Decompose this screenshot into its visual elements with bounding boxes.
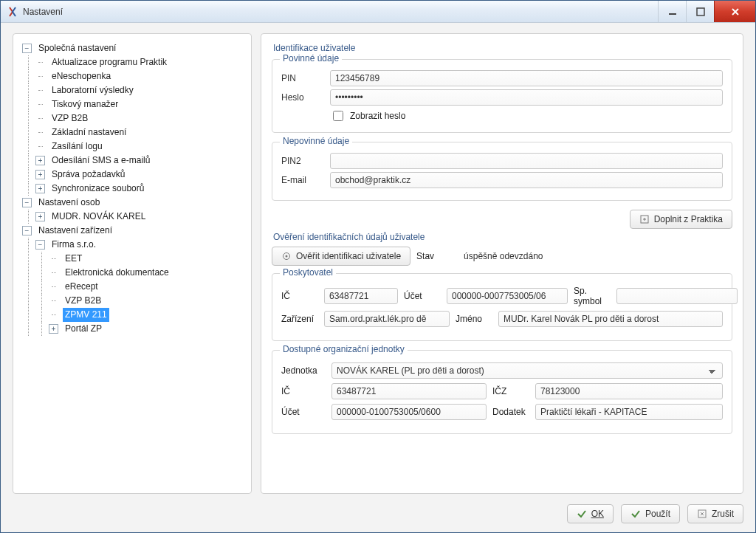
window-controls <box>658 1 755 22</box>
tree-expand-icon[interactable]: + <box>35 212 45 221</box>
label-zarizeni: Zařízení <box>281 314 318 324</box>
label-icz: IČZ <box>492 386 529 396</box>
ok-button[interactable]: OK <box>567 504 614 523</box>
section-ident: Identifikace uživatele <box>273 43 732 53</box>
tree-node[interactable]: Správa požadavků <box>49 168 127 182</box>
unit-suffix-input[interactable] <box>535 404 723 420</box>
titlebar: Nastavení <box>1 1 755 23</box>
settings-window: Nastavení −Společná nastavení <box>0 0 756 533</box>
label-jednotka: Jednotka <box>281 365 326 376</box>
unit-ic-input[interactable] <box>331 383 487 399</box>
label-dodatek: Dodatek <box>492 407 529 417</box>
legend-jednotky: Dostupné organizační jednotky <box>280 344 408 354</box>
svg-rect-1 <box>697 8 704 16</box>
label-email: E-mail <box>281 175 323 185</box>
cancel-icon <box>697 509 707 519</box>
apply-button[interactable]: Použít <box>621 504 680 523</box>
label-ucet: Účet <box>404 291 441 301</box>
tree-expand-icon[interactable]: + <box>35 156 45 165</box>
pin2-input[interactable] <box>330 153 723 169</box>
tree-node[interactable]: Zasílání logu <box>49 140 105 154</box>
minimize-button[interactable] <box>658 1 686 22</box>
tree-expand-icon[interactable]: + <box>35 184 45 193</box>
nav-tree[interactable]: −Společná nastavení Aktualizace programu… <box>19 41 245 336</box>
tree-expand-icon[interactable]: + <box>49 324 58 334</box>
tree-node[interactable]: MUDR. NOVÁK KAREL <box>49 210 148 224</box>
pin-input[interactable] <box>330 70 723 86</box>
tree-collapse-icon[interactable]: − <box>35 240 45 250</box>
tree-node[interactable]: Tiskový manažer <box>49 97 120 111</box>
tree-node[interactable]: Elektronická dokumentace <box>63 266 171 280</box>
check-icon <box>577 509 587 519</box>
legend-povinne: Povinné údaje <box>280 53 342 63</box>
label-heslo: Heslo <box>281 92 323 103</box>
tree-expand-icon[interactable]: + <box>35 170 45 179</box>
label-stav: Stav <box>416 251 453 261</box>
content-panel: Identifikace uživatele Povinné údaje PIN… <box>261 33 743 494</box>
group-nepovinne: Nepovinné údaje PIN2 E-mail <box>272 142 732 201</box>
client-area: −Společná nastavení Aktualizace programu… <box>1 23 755 532</box>
unit-select[interactable]: NOVÁK KAREL (PL pro děti a dorost) <box>331 362 723 379</box>
tree-node[interactable]: VZP B2B <box>63 294 103 308</box>
show-password-box[interactable] <box>333 111 343 121</box>
tree-node[interactable]: Synchronizace souborů <box>49 182 146 196</box>
group-jednotky: Dostupné organizační jednotky Jednotka N… <box>272 350 732 434</box>
legend-poskytovatel: Poskytovatel <box>280 267 336 278</box>
group-poskytovatel: Poskytovatel IČ Účet Sp. symbol Zařízení… <box>272 273 732 341</box>
label-sp: Sp. symbol <box>574 286 611 306</box>
show-password-label: Zobrazit heslo <box>350 111 405 121</box>
label-pin: PIN <box>281 73 323 83</box>
window-title: Nastavení <box>23 7 63 17</box>
unit-account-input[interactable] <box>331 404 487 420</box>
tree-collapse-icon[interactable]: − <box>22 44 32 53</box>
provider-sp-input[interactable] <box>616 288 738 304</box>
tree-node-persons[interactable]: Nastavení osob <box>36 196 102 210</box>
svg-point-4 <box>286 255 288 258</box>
provider-name-input[interactable] <box>498 311 723 327</box>
tree-collapse-icon[interactable]: − <box>22 198 32 207</box>
label-ic: IČ <box>281 291 318 301</box>
label-jmeno: Jméno <box>456 314 492 324</box>
dialog-buttons: OK Použít Zrušit <box>13 501 743 523</box>
verify-identity-button[interactable]: Ověřit identifikaci uživatele <box>272 247 410 266</box>
tree-node[interactable]: Laboratorní výsledky <box>49 83 136 97</box>
cancel-button[interactable]: Zrušit <box>687 504 743 523</box>
tree-node[interactable]: eNeschopenka <box>49 69 113 83</box>
fill-from-praktik-button[interactable]: Doplnit z Praktika <box>630 210 732 229</box>
close-button[interactable] <box>714 1 755 22</box>
tree-node[interactable]: EET <box>63 252 84 266</box>
nav-tree-panel: −Společná nastavení Aktualizace programu… <box>13 33 252 494</box>
status-value: úspěšně odevzdáno <box>459 251 543 261</box>
app-icon <box>7 6 18 18</box>
tree-node[interactable]: Aktualizace programu Praktik <box>49 55 169 69</box>
tree-node-devices[interactable]: Nastavení zařízení <box>36 224 114 238</box>
tree-collapse-icon[interactable]: − <box>22 226 32 235</box>
email-input[interactable] <box>330 172 723 188</box>
tree-node[interactable]: Základní nastavení <box>49 125 128 140</box>
check-icon <box>630 509 641 519</box>
import-icon <box>639 214 650 224</box>
provider-account-input[interactable] <box>447 288 568 304</box>
label-unit-ucet: Účet <box>281 407 326 417</box>
unit-icz-input[interactable] <box>535 383 723 399</box>
password-input[interactable] <box>330 89 723 106</box>
tree-node[interactable]: Odesílání SMS a e-mailů <box>49 154 152 168</box>
svg-rect-0 <box>669 13 676 15</box>
legend-nepovinne: Nepovinné údaje <box>280 136 352 146</box>
label-unit-ic: IČ <box>281 386 326 396</box>
tree-node-selected[interactable]: ZPMV 211 <box>63 308 109 322</box>
provider-device-input[interactable] <box>324 311 450 327</box>
maximize-button[interactable] <box>686 1 714 22</box>
show-password-checkbox[interactable]: Zobrazit heslo <box>330 109 723 123</box>
tree-node-common[interactable]: Společná nastavení <box>36 41 118 55</box>
tree-node[interactable]: VZP B2B <box>49 111 90 125</box>
tree-node-company[interactable]: Firma s.r.o. <box>49 238 98 252</box>
gear-icon <box>281 251 292 261</box>
group-povinne: Povinné údaje PIN Heslo Zobrazit heslo <box>272 59 732 133</box>
tree-node[interactable]: Portál ZP <box>63 322 104 336</box>
tree-node[interactable]: eRecept <box>63 280 100 294</box>
provider-ic-input[interactable] <box>324 288 398 304</box>
section-overeni: Ověření identifikačních údajů uživatele <box>273 232 732 242</box>
label-pin2: PIN2 <box>281 156 323 166</box>
